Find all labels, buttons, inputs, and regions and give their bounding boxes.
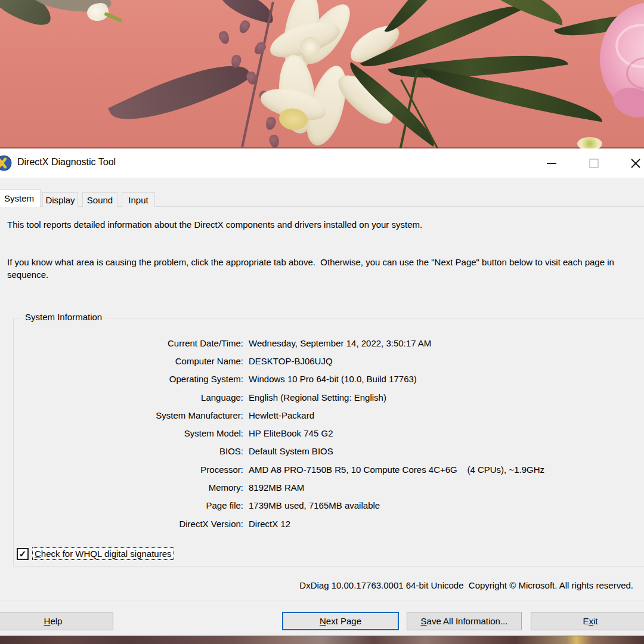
intro-text-line1: This tool reports detailed information a…: [7, 219, 636, 230]
save-all-information-button[interactable]: Save All Information...: [407, 612, 522, 630]
small-flower: [577, 137, 602, 148]
info-value: HP EliteBook 745 G2: [249, 428, 333, 438]
titlebar: DirectX Diagnostic Tool: [0, 148, 644, 178]
separator-line: [0, 600, 644, 601]
table-row: Processor: AMD A8 PRO-7150B R5, 10 Compu…: [0, 460, 644, 478]
purple-leaf-shape: [108, 48, 252, 140]
info-value: Windows 10 Pro 64-bit (10.0, Build 17763…: [249, 374, 417, 384]
dried-bud-shape: [268, 134, 280, 148]
info-label: Computer Name:: [0, 356, 243, 366]
whql-checkbox-label[interactable]: Check for WHQL digital signatures: [32, 547, 174, 560]
info-value: English (Regional Setting: English): [249, 392, 386, 402]
table-row: Memory: 8192MB RAM: [0, 478, 644, 496]
next-page-button[interactable]: Next Page: [282, 612, 399, 630]
button-text: elp: [50, 616, 62, 626]
directx-logo-icon: [0, 155, 12, 171]
info-value: Wednesday, September 14, 2022, 3:50:17 A…: [249, 338, 431, 348]
desktop-wallpaper-strip: [0, 636, 644, 644]
table-row: System Model: HP EliteBook 745 G2: [0, 424, 644, 442]
table-row: Operating System: Windows 10 Pro 64-bit …: [0, 370, 644, 388]
maximize-button: [580, 148, 608, 178]
info-value: Default System BIOS: [249, 446, 333, 456]
window-title: DirectX Diagnostic Tool: [17, 157, 116, 168]
whql-checkbox[interactable]: ✓: [17, 548, 29, 560]
lily-center: [300, 37, 320, 57]
status-line: DxDiag 10.00.17763.0001 64-bit Unicode C…: [299, 580, 633, 590]
info-value: 8192MB RAM: [249, 482, 304, 493]
minimize-button[interactable]: [537, 148, 566, 178]
info-label: BIOS:: [0, 446, 243, 456]
button-text: ave All Information...: [427, 616, 508, 626]
table-row: System Manufacturer: Hewlett-Packard: [0, 406, 644, 424]
tab-display[interactable]: Display: [42, 192, 78, 207]
table-row: Language: English (Regional Setting: Eng…: [0, 388, 644, 406]
dried-bud-shape: [237, 19, 252, 35]
button-accelerator: H: [44, 616, 51, 626]
tab-system[interactable]: System: [0, 189, 41, 207]
info-label: Page file:: [0, 500, 243, 510]
button-accelerator: N: [320, 616, 326, 626]
dried-bud-shape: [218, 30, 231, 45]
system-information-rows: Current Date/Time: Wednesday, September …: [0, 334, 644, 532]
button-accelerator: x: [589, 616, 594, 626]
flower-stem: [104, 12, 123, 23]
label-accelerator: C: [35, 549, 41, 559]
info-value: Hewlett-Packard: [249, 410, 314, 420]
exit-button[interactable]: Exit: [531, 612, 644, 630]
close-icon: [630, 157, 642, 169]
info-label: System Model:: [0, 428, 243, 438]
dried-bud-shape: [264, 116, 277, 131]
info-value: 1739MB used, 7165MB available: [249, 500, 380, 510]
tab-input[interactable]: Input: [122, 192, 155, 207]
checkmark-icon: ✓: [19, 549, 27, 558]
table-row: Page file: 1739MB used, 7165MB available: [0, 497, 644, 515]
tab-sound[interactable]: Sound: [82, 192, 117, 207]
table-row: Computer Name: DESKTOP-BJ06UJQ: [0, 352, 644, 370]
minimize-icon: [546, 157, 558, 169]
help-button[interactable]: Help: [0, 612, 113, 630]
label-text: heck for WHQL digital signatures: [41, 549, 172, 559]
info-label: Memory:: [0, 482, 243, 493]
info-label: Current Date/Time:: [0, 338, 243, 348]
button-text: E: [583, 616, 589, 626]
info-label: Processor:: [0, 465, 243, 475]
info-label: Language:: [0, 392, 243, 402]
green-leaf-shape: [417, 68, 606, 122]
maximize-icon: [589, 158, 599, 169]
intro-text-line2: If you know what area is causing the pro…: [7, 256, 628, 281]
table-row: DirectX Version: DirectX 12: [0, 515, 644, 532]
info-value: DirectX 12: [249, 519, 290, 529]
dxdiag-window: DirectX Diagnostic Tool System Display S…: [0, 148, 644, 636]
info-value: AMD A8 PRO-7150B R5, 10 Compute Cores 4C…: [249, 465, 544, 475]
button-text: ext Page: [326, 616, 361, 626]
info-label: Operating System:: [0, 374, 243, 384]
button-accelerator: S: [421, 616, 427, 626]
close-button[interactable]: [621, 148, 644, 178]
table-row: BIOS: Default System BIOS: [0, 442, 644, 460]
button-text: it: [593, 616, 598, 626]
info-value: DESKTOP-BJ06UJQ: [249, 356, 333, 366]
groupbox-title: System Information: [22, 312, 105, 322]
info-label: System Manufacturer:: [0, 410, 243, 420]
desktop-wallpaper-flowers: [0, 0, 644, 148]
info-label: DirectX Version:: [0, 519, 243, 529]
table-row: Current Date/Time: Wednesday, September …: [0, 334, 644, 352]
whql-checkbox-group[interactable]: ✓ Check for WHQL digital signatures: [17, 547, 174, 560]
